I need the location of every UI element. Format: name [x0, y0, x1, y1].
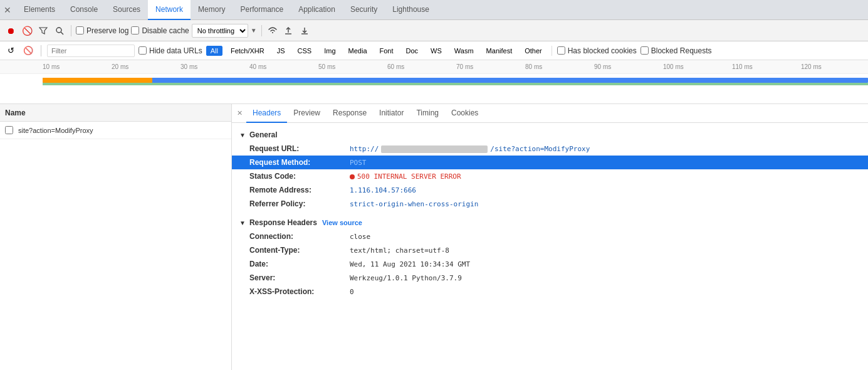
- status-dot-icon: [350, 174, 355, 179]
- ruler-mark-0: 10 ms: [43, 63, 112, 70]
- ruler-mark-6: 70 ms: [456, 63, 525, 70]
- hide-data-urls-checkbox[interactable]: Hide data URLs: [139, 46, 202, 55]
- stop-button[interactable]: 🚫: [20, 24, 34, 38]
- tab-security[interactable]: Security: [343, 0, 385, 20]
- devtools-tab-bar: ✕ Elements Console Sources Network Memor…: [0, 0, 868, 20]
- server-row: Server: Werkzeug/1.0.1 Python/3.7.9: [232, 271, 868, 285]
- detail-tab-preview[interactable]: Preview: [287, 104, 327, 123]
- ruler-mark-7: 80 ms: [525, 63, 594, 70]
- disable-cache-checkbox[interactable]: Disable cache: [131, 26, 189, 35]
- download-button[interactable]: [298, 24, 311, 38]
- remote-address-label: Remote Address:: [249, 186, 350, 194]
- detail-tab-initiator[interactable]: Initiator: [373, 104, 410, 123]
- detail-tab-cookies[interactable]: Cookies: [445, 104, 484, 123]
- block-button[interactable]: 🚫: [21, 44, 35, 58]
- disable-cache-label: Disable cache: [142, 26, 189, 35]
- record-button[interactable]: ⏺: [4, 24, 18, 38]
- tab-memory[interactable]: Memory: [191, 0, 233, 20]
- detail-tab-timing[interactable]: Timing: [410, 104, 445, 123]
- date-row: Date: Wed, 11 Aug 2021 10:34:34 GMT: [232, 257, 868, 271]
- preserve-log-label: Preserve log: [86, 26, 128, 35]
- date-value: Wed, 11 Aug 2021 10:34:34 GMT: [350, 260, 470, 268]
- has-blocked-cookies-checkbox[interactable]: Has blocked cookies: [557, 46, 637, 55]
- ruler-mark-5: 60 ms: [387, 63, 456, 70]
- tab-network[interactable]: Network: [148, 0, 191, 20]
- detail-tab-headers[interactable]: Headers: [246, 104, 287, 123]
- ruler-mark-3: 40 ms: [249, 63, 318, 70]
- filter-media-button[interactable]: Media: [344, 46, 372, 56]
- filter-fetchxhr-button[interactable]: Fetch/XHR: [226, 46, 269, 56]
- request-checkbox[interactable]: [5, 126, 13, 134]
- tab-elements[interactable]: Elements: [16, 0, 63, 20]
- ruler-mark-10: 110 ms: [732, 63, 801, 70]
- search-icon: [55, 26, 64, 35]
- wifi-icon: [266, 25, 279, 36]
- filter-font-button[interactable]: Font: [375, 46, 398, 56]
- wifi-svg: [266, 25, 279, 34]
- xss-protection-row: X-XSS-Protection: 0: [232, 285, 868, 299]
- general-section-header[interactable]: ▼ General: [232, 128, 868, 142]
- disable-cache-input[interactable]: [131, 26, 139, 34]
- filter-js-button[interactable]: JS: [273, 46, 290, 56]
- blocked-requests-label: Blocked Requests: [651, 46, 712, 55]
- request-method-value: POST: [350, 159, 367, 167]
- throttle-chevron: ▼: [251, 27, 257, 34]
- request-url-blurred: [381, 145, 488, 153]
- main-area: Name site?action=ModifyProxy ✕ Headers P…: [0, 104, 868, 370]
- status-code-row: Status Code: 500 INTERNAL SERVER ERROR: [232, 169, 868, 183]
- has-blocked-cookies-input[interactable]: [557, 46, 565, 55]
- filter-icon: [39, 26, 48, 35]
- throttling-select[interactable]: No throttling: [192, 24, 248, 38]
- response-headers-section-label: Response Headers: [249, 218, 317, 227]
- tab-console[interactable]: Console: [63, 0, 105, 20]
- filter-css-button[interactable]: CSS: [293, 46, 316, 56]
- filter-input[interactable]: [47, 45, 135, 57]
- blocked-requests-checkbox[interactable]: Blocked Requests: [641, 46, 712, 55]
- content-type-label: Content-Type:: [249, 246, 350, 255]
- response-headers-arrow-icon: ▼: [239, 219, 246, 226]
- filter-manifest-button[interactable]: Manifest: [482, 46, 517, 56]
- content-type-value: text/html; charset=utf-8: [350, 246, 449, 255]
- request-method-row: Request Method: POST: [232, 156, 868, 169]
- preserve-log-input[interactable]: [76, 26, 84, 34]
- hide-data-urls-input[interactable]: [139, 46, 147, 55]
- connection-value: close: [350, 233, 370, 241]
- xss-protection-label: X-XSS-Protection:: [249, 287, 350, 296]
- filter-doc-button[interactable]: Doc: [402, 46, 423, 56]
- request-url-prefix: http://: [350, 145, 379, 153]
- ruler-mark-11: 120 ms: [801, 63, 868, 70]
- xss-protection-value: 0: [350, 288, 354, 296]
- tab-sources[interactable]: Sources: [105, 0, 148, 20]
- view-source-link[interactable]: View source: [322, 219, 362, 226]
- search-button[interactable]: [53, 24, 66, 38]
- request-item[interactable]: site?action=ModifyProxy: [0, 122, 231, 139]
- detail-tabs: ✕ Headers Preview Response Initiator Tim…: [232, 104, 868, 123]
- filter-wasm-button[interactable]: Wasm: [450, 46, 478, 56]
- close-button[interactable]: ✕: [3, 5, 13, 15]
- preserve-log-checkbox[interactable]: Preserve log: [76, 26, 128, 35]
- detail-tab-response[interactable]: Response: [327, 104, 373, 123]
- blocked-requests-input[interactable]: [641, 46, 649, 55]
- detail-close-icon[interactable]: ✕: [237, 109, 243, 117]
- request-name: site?action=ModifyProxy: [18, 127, 93, 134]
- filter-all-button[interactable]: All: [206, 46, 222, 56]
- left-panel: Name site?action=ModifyProxy: [0, 104, 232, 370]
- request-url-value: http:///site?action=ModifyProxy: [350, 145, 590, 153]
- general-section-label: General: [249, 130, 278, 139]
- filter-ws-button[interactable]: WS: [426, 46, 446, 56]
- refresh-button[interactable]: ↺: [4, 44, 18, 58]
- referrer-policy-row: Referrer Policy: strict-origin-when-cros…: [232, 197, 868, 211]
- tab-lighthouse[interactable]: Lighthouse: [385, 0, 437, 20]
- response-headers-section-header[interactable]: ▼ Response Headers View source: [232, 216, 868, 230]
- tab-performance[interactable]: Performance: [233, 0, 291, 20]
- filter-img-button[interactable]: Img: [320, 46, 340, 56]
- remote-address-row: Remote Address: 1.116.104.57:666: [232, 183, 868, 197]
- svg-line-1: [61, 32, 63, 34]
- filter-other-button[interactable]: Other: [520, 46, 546, 56]
- download-icon: [300, 26, 309, 35]
- upload-button[interactable]: [281, 24, 295, 38]
- filter-button[interactable]: [36, 24, 50, 38]
- has-blocked-cookies-label: Has blocked cookies: [568, 46, 637, 55]
- timeline-blue-bar: [43, 78, 868, 83]
- tab-application[interactable]: Application: [291, 0, 343, 20]
